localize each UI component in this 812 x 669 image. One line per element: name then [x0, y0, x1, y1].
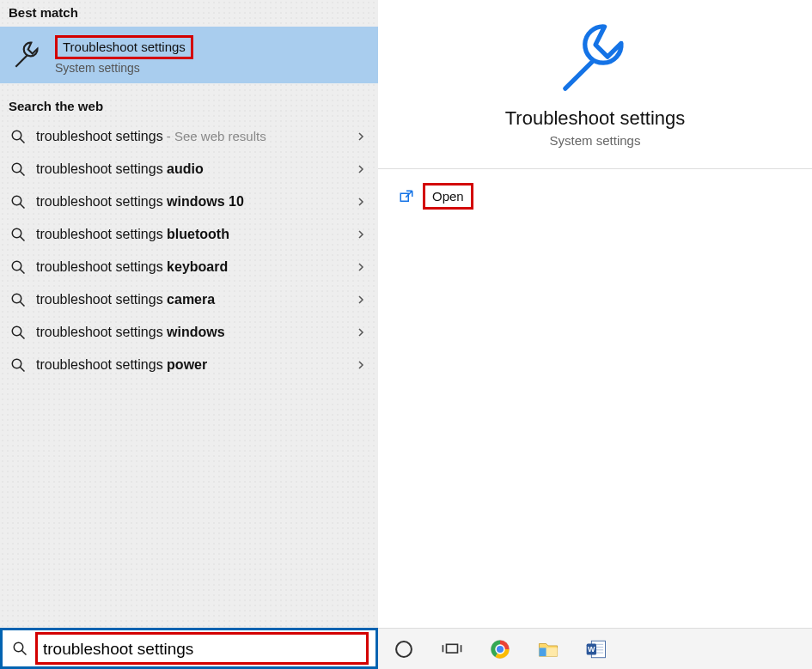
web-result-label: troubleshoot settings - See web results — [36, 129, 347, 144]
web-result[interactable]: troubleshoot settings power — [0, 349, 378, 381]
chrome-icon[interactable] — [486, 636, 514, 663]
search-icon — [9, 325, 27, 340]
web-result[interactable]: troubleshoot settings - See web results — [0, 120, 378, 153]
svg-line-5 — [20, 204, 24, 208]
web-result[interactable]: troubleshoot settings windows 10 — [0, 185, 378, 218]
svg-point-4 — [12, 196, 21, 205]
search-web-header: Search the web — [0, 94, 378, 120]
svg-rect-27 — [539, 648, 546, 656]
web-result[interactable]: troubleshoot settings bluetooth — [0, 218, 378, 251]
taskbar: W — [378, 628, 812, 669]
search-icon — [9, 641, 30, 656]
web-result[interactable]: troubleshoot settings windows — [0, 316, 378, 349]
best-match-subtitle: System settings — [55, 61, 193, 75]
web-results-list: troubleshoot settings - See web resultst… — [0, 120, 378, 381]
search-icon — [9, 161, 27, 177]
search-icon — [9, 129, 27, 144]
search-icon — [9, 292, 27, 307]
chevron-right-icon — [356, 130, 366, 144]
svg-text:W: W — [588, 645, 595, 654]
open-label: Open — [423, 183, 473, 210]
web-result-label: troubleshoot settings windows — [36, 325, 347, 340]
search-icon — [9, 194, 27, 210]
svg-line-13 — [20, 334, 24, 338]
svg-point-10 — [12, 294, 21, 303]
search-icon — [9, 227, 27, 242]
web-result-label: troubleshoot settings bluetooth — [36, 227, 347, 242]
task-view-icon[interactable] — [438, 636, 466, 663]
chevron-right-icon — [356, 293, 366, 307]
best-match-title: Troubleshoot settings — [55, 35, 193, 59]
preview-pane: Troubleshoot settings System settings Op… — [378, 0, 812, 669]
preview-title: Troubleshoot settings — [505, 107, 686, 130]
web-result-label: troubleshoot settings windows 10 — [36, 194, 347, 210]
web-result-label: troubleshoot settings keyboard — [36, 259, 347, 275]
open-action[interactable]: Open — [399, 183, 791, 210]
svg-point-0 — [12, 131, 21, 140]
web-result[interactable]: troubleshoot settings keyboard — [0, 251, 378, 283]
svg-point-19 — [396, 642, 412, 657]
chevron-right-icon — [356, 260, 366, 275]
svg-rect-20 — [447, 644, 458, 653]
svg-line-11 — [20, 301, 24, 306]
web-result[interactable]: troubleshoot settings audio — [0, 153, 378, 185]
svg-point-8 — [12, 261, 21, 271]
web-result[interactable]: troubleshoot settings camera — [0, 283, 378, 316]
svg-point-12 — [12, 326, 21, 336]
chevron-right-icon — [356, 325, 366, 340]
search-icon — [9, 357, 27, 373]
svg-line-1 — [20, 138, 24, 143]
svg-point-16 — [14, 642, 23, 652]
web-result-label: troubleshoot settings camera — [36, 292, 347, 307]
web-result-label: troubleshoot settings audio — [36, 161, 347, 177]
chevron-right-icon — [356, 358, 366, 373]
search-input[interactable] — [41, 636, 363, 662]
svg-line-17 — [21, 650, 26, 654]
svg-line-7 — [20, 236, 24, 240]
chevron-right-icon — [356, 195, 366, 210]
best-match-header: Best match — [0, 0, 378, 27]
search-icon — [9, 259, 27, 275]
chevron-right-icon — [356, 162, 366, 177]
wrench-icon — [10, 40, 45, 70]
search-results-pane: Best match Troubleshoot settings System … — [0, 0, 378, 669]
svg-point-14 — [12, 359, 21, 368]
chevron-right-icon — [356, 228, 366, 242]
preview-subtitle: System settings — [550, 133, 641, 148]
svg-line-3 — [20, 171, 24, 175]
cortana-icon[interactable] — [390, 636, 418, 663]
search-bar[interactable] — [0, 628, 378, 669]
search-input-highlight — [35, 632, 369, 665]
wrench-icon — [558, 21, 633, 107]
open-icon — [399, 189, 414, 204]
svg-line-15 — [20, 367, 24, 371]
svg-point-6 — [12, 228, 21, 238]
best-match-result[interactable]: Troubleshoot settings System settings — [0, 27, 378, 83]
svg-rect-18 — [400, 193, 408, 201]
svg-line-9 — [20, 269, 24, 273]
file-explorer-icon[interactable] — [534, 636, 562, 663]
svg-point-2 — [12, 163, 21, 173]
word-icon[interactable]: W — [583, 636, 610, 663]
web-result-label: troubleshoot settings power — [36, 357, 347, 373]
